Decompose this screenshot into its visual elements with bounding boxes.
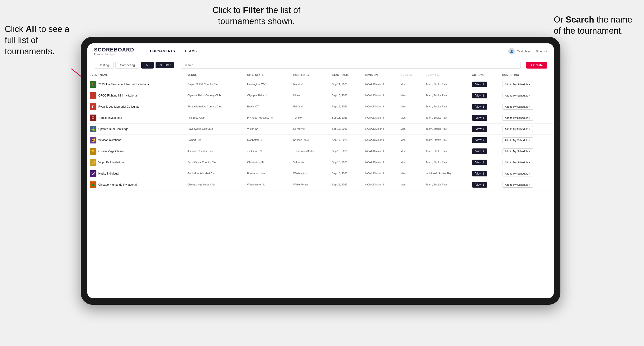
actions-cell: View ℹ: [470, 124, 500, 135]
start-date-cell: Sep 18, 2023: [330, 168, 363, 179]
gender-cell: Men: [398, 168, 424, 179]
venue-cell: Chicago Highlands Club: [185, 179, 245, 190]
view-button[interactable]: View ℹ: [472, 93, 487, 98]
scoring-cell: Team, Stroke Play: [424, 124, 470, 135]
start-date-cell: Sep 16, 2023: [330, 101, 363, 112]
event-name-cell: W Husky Individual: [90, 170, 182, 177]
add-schedule-button[interactable]: Add to My Schedule +: [502, 160, 533, 165]
venue-cell: Colbert Hills: [185, 135, 245, 146]
col-actions: ACTIONS: [470, 71, 500, 79]
gender-cell: Men: [398, 179, 424, 190]
hosted-by-cell: Temple: [291, 112, 330, 124]
info-icon: ℹ: [483, 127, 484, 131]
view-button[interactable]: View ℹ: [472, 182, 487, 187]
division-cell: NCAA Division I: [363, 135, 398, 146]
col-competing: COMPETING: [500, 71, 554, 79]
city-state-cell: Olympia Fields, IL: [245, 90, 291, 101]
table-row: 🏆 Grover Page Classic Jackson Country Cl…: [88, 146, 554, 157]
hosted-by-cell: Illinois: [291, 90, 330, 101]
team-logo: 🌲: [90, 181, 96, 188]
hosting-tab[interactable]: Hosting: [94, 62, 114, 69]
toolbar: Hosting Competing All ⚙ Filter + Create: [88, 59, 554, 71]
info-icon: ℹ: [483, 94, 484, 97]
table-row: 🐱 Wildcat Invitational Colbert HillsManh…: [88, 135, 554, 146]
filter-icon: ⚙: [159, 63, 162, 67]
info-icon: ℹ: [483, 83, 484, 86]
add-schedule-button[interactable]: Add to My Schedule +: [502, 115, 533, 121]
team-logo: W: [90, 170, 96, 177]
actions-cell: View ℹ: [470, 112, 500, 124]
gender-cell: Men: [398, 101, 424, 112]
nav-tabs: TOURNAMENTS TEAMS: [144, 47, 508, 55]
event-name-cell: 🐱 Wildcat Invitational: [90, 137, 182, 144]
tablet-screen: SCOREBOARD Powered by clippd TOURNAMENTS…: [88, 43, 554, 298]
team-logo: 🏛: [90, 115, 96, 121]
actions-cell: View ℹ: [470, 179, 500, 190]
nav-tab-teams[interactable]: TEAMS: [180, 47, 201, 55]
event-name: Temple Invitational: [98, 116, 122, 120]
tournaments-table: EVENT NAME VENUE CITY, STATE HOSTED BY S…: [88, 71, 554, 190]
event-name: Chicago Highlands Invitational: [98, 183, 136, 186]
view-button[interactable]: View ℹ: [472, 149, 487, 154]
search-input[interactable]: [180, 62, 520, 69]
gender-cell: Men: [398, 112, 424, 124]
event-name: Valpo Fall Invitational: [98, 161, 125, 164]
all-tab[interactable]: All: [141, 62, 154, 69]
team-logo: 🏆: [90, 148, 96, 155]
gender-cell: Men: [398, 90, 424, 101]
table-header-row: EVENT NAME VENUE CITY, STATE HOSTED BY S…: [88, 71, 554, 79]
scoring-cell: Team, Stroke Play: [424, 135, 470, 146]
competing-cell: Add to My Schedule +: [500, 101, 554, 112]
add-schedule-button[interactable]: Add to My Schedule +: [502, 126, 533, 132]
event-name-cell: I OFCC Fighting Illini Invitational: [90, 92, 182, 99]
nav-tab-tournaments[interactable]: TOURNAMENTS: [144, 47, 179, 55]
add-schedule-button[interactable]: Add to My Schedule +: [502, 82, 533, 87]
division-cell: NCAA Division I: [363, 168, 398, 179]
view-button[interactable]: View ℹ: [472, 115, 487, 121]
col-hosted-by: HOSTED BY: [291, 71, 330, 79]
team-logo: F: [90, 103, 96, 110]
competing-cell: Add to My Schedule +: [500, 146, 554, 157]
add-schedule-button[interactable]: Add to My Schedule +: [502, 93, 533, 98]
view-button[interactable]: View ℹ: [472, 82, 487, 87]
division-cell: NCAA Division I: [363, 101, 398, 112]
competing-tab[interactable]: Competing: [116, 62, 140, 69]
hosted-by-cell: Kansas State: [291, 135, 330, 146]
gender-cell: Men: [398, 135, 424, 146]
app-logo-sub: Powered by clippd: [94, 53, 134, 56]
add-schedule-button[interactable]: Add to My Schedule +: [502, 104, 533, 110]
event-name-cell: 🏛 Temple Invitational: [90, 115, 182, 121]
start-date-cell: Sep 15, 2023: [330, 90, 363, 101]
add-schedule-button[interactable]: Add to My Schedule +: [502, 182, 533, 187]
scoring-cell: Team, Stroke Play: [424, 79, 470, 90]
event-name: Wildcat Invitational: [98, 139, 122, 142]
create-button[interactable]: + Create: [526, 62, 547, 69]
division-cell: NCAA Division I: [363, 112, 398, 124]
event-name-cell: 🏆 Grover Page Classic: [90, 148, 182, 155]
header-right: 👤 Test User | Sign out: [508, 48, 547, 54]
table-container: EVENT NAME VENUE CITY, STATE HOSTED BY S…: [88, 71, 554, 298]
view-button[interactable]: View ℹ: [472, 160, 487, 165]
table-row: ⛳ Upstate Dual Challenge Ravenwood Golf …: [88, 124, 554, 135]
view-button[interactable]: View ℹ: [472, 126, 487, 132]
info-icon: ℹ: [483, 116, 484, 120]
filter-button[interactable]: ⚙ Filter: [156, 62, 174, 68]
add-schedule-button[interactable]: Add to My Schedule +: [502, 171, 533, 176]
scoring-cell: Team, Stroke Play: [424, 90, 470, 101]
city-state-cell: Chesterton, IN: [245, 157, 291, 168]
gender-cell: Men: [398, 79, 424, 90]
view-button[interactable]: View ℹ: [472, 171, 487, 176]
actions-cell: View ℹ: [470, 146, 500, 157]
col-venue: VENUE: [185, 71, 245, 79]
team-logo: 🔱: [90, 159, 96, 166]
view-button[interactable]: View ℹ: [472, 104, 487, 110]
sign-out-link[interactable]: Sign out: [536, 50, 547, 53]
add-schedule-button[interactable]: Add to My Schedule +: [502, 149, 533, 154]
city-state-cell: Bremerton, WA: [245, 168, 291, 179]
view-button[interactable]: View ℹ: [472, 137, 487, 143]
app-header: SCOREBOARD Powered by clippd TOURNAMENTS…: [88, 43, 554, 59]
add-schedule-button[interactable]: Add to My Schedule +: [502, 137, 533, 143]
event-name-cell: 🔱 Valpo Fall Invitational: [90, 159, 182, 166]
separator: |: [533, 50, 533, 53]
table-row: 🌲 Chicago Highlands Invitational Chicago…: [88, 179, 554, 190]
